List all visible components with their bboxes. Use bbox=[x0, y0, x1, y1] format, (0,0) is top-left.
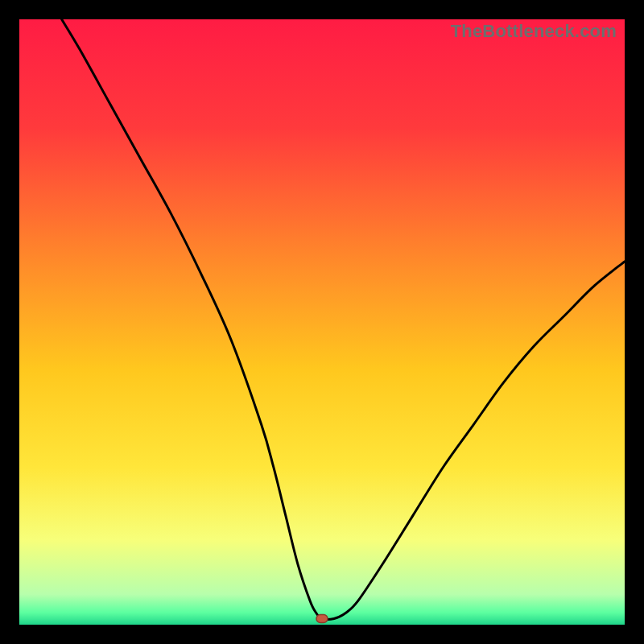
watermark-text: TheBottleneck.com bbox=[451, 21, 617, 42]
plot-area: TheBottleneck.com bbox=[19, 19, 625, 625]
curve-path bbox=[62, 19, 625, 619]
optimal-point-marker bbox=[316, 614, 328, 622]
bottleneck-curve bbox=[19, 19, 625, 625]
chart-frame: TheBottleneck.com bbox=[0, 0, 644, 644]
